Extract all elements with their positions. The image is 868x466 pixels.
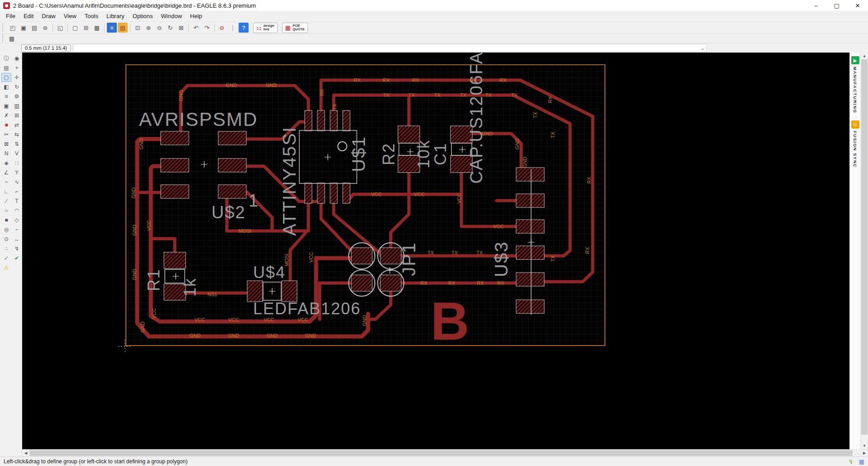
save-icon[interactable]: ▣ [19, 23, 29, 33]
component-label[interactable]: R1 [144, 269, 163, 291]
smd-pad[interactable] [343, 183, 350, 203]
rotate-tool[interactable]: ↻ [12, 82, 22, 91]
mirror-tool[interactable]: ◧ [1, 82, 11, 91]
lock-tool[interactable]: ⊠ [1, 139, 11, 149]
script-icon[interactable]: ⊞ [81, 23, 91, 33]
circle-tool[interactable]: ○ [1, 206, 11, 215]
minimize-button[interactable]: – [806, 0, 826, 11]
smd-pad[interactable] [164, 252, 186, 269]
add-tool[interactable]: ⊞ [12, 111, 22, 120]
layer-settings-icon[interactable]: ≡ [107, 23, 117, 33]
optimize-tool[interactable]: ~ [1, 178, 11, 187]
dimension-tool[interactable]: ↔ [12, 235, 22, 244]
run-ulp-icon[interactable]: ▦ [92, 23, 102, 33]
smash-tool[interactable]: ◈ [1, 159, 11, 168]
smd-pad[interactable] [161, 185, 189, 198]
horizontal-scrollbar[interactable]: ◀ ▶ [22, 449, 868, 456]
scroll-down-icon[interactable]: ▼ [861, 442, 868, 449]
zoom-out-icon[interactable]: ⊖ [154, 23, 164, 33]
print-icon[interactable]: ▤ [29, 23, 39, 33]
smd-pad[interactable] [317, 110, 325, 131]
smd-pad[interactable] [218, 131, 246, 145]
move-tool[interactable]: ✛ [12, 73, 22, 82]
zoom-fit-icon[interactable]: ⊡ [133, 23, 143, 33]
command-line-input[interactable] [73, 45, 699, 51]
smd-pad[interactable] [351, 275, 372, 291]
scroll-up-icon[interactable]: ▲ [861, 53, 868, 59]
stop-icon[interactable]: ⊘ [217, 23, 227, 33]
component-label[interactable]: JP1 [399, 242, 419, 276]
scroll-right-icon[interactable]: ▶ [861, 451, 868, 455]
vertical-scrollbar[interactable]: ▲ ▼ [860, 53, 868, 449]
grid-icon[interactable]: ▦ [7, 34, 17, 43]
value-tool[interactable]: V [12, 149, 22, 158]
paint-tool[interactable]: ■ [1, 120, 11, 130]
milling-tool[interactable]: ✂ [1, 130, 11, 139]
close-button[interactable]: ✕ [847, 0, 868, 11]
smd-pad[interactable] [516, 246, 544, 259]
arc-tool[interactable]: ◠ [12, 206, 22, 215]
copy-tool[interactable]: ▣ [1, 101, 11, 110]
rect-tool[interactable]: ■ [1, 216, 11, 225]
component-label[interactable]: 1 [249, 191, 259, 210]
board-canvas[interactable]: AVRISPSMDATTINY45SIU$1U$21R210kC1CAP.US1… [22, 53, 849, 449]
route-tool[interactable]: ∟ [1, 187, 11, 196]
text-tool[interactable]: T [12, 197, 22, 206]
component-label[interactable]: CAP.US1206FAB [467, 53, 486, 183]
redo-icon[interactable]: ↷ [202, 23, 212, 33]
menu-options[interactable]: Options [129, 12, 157, 20]
help-icon[interactable]: ? [239, 23, 249, 33]
menu-tools[interactable]: Tools [81, 12, 102, 20]
erc-tool[interactable]: ✓ [1, 254, 11, 263]
fusion-sync-tab[interactable]: ↻FUSION SYNC [851, 120, 859, 168]
smd-pad[interactable] [161, 159, 189, 172]
smd-pad[interactable] [161, 131, 189, 145]
component-label[interactable]: 1k [181, 278, 199, 297]
group-tool[interactable]: ▢ [1, 73, 11, 82]
pcb-quote-button[interactable]: ▦PCBQUOTE [282, 23, 308, 33]
align-tool[interactable]: ≡ [1, 92, 11, 101]
smd-pad[interactable] [516, 194, 544, 207]
split-tool[interactable]: Y [12, 168, 22, 177]
component-label[interactable]: C1 [431, 143, 450, 165]
component-label[interactable]: LEDFAB1206 [253, 299, 361, 318]
show-tool[interactable]: ◉ [12, 54, 22, 63]
smd-pad[interactable] [317, 183, 325, 203]
errors-tool[interactable]: ⚠ [1, 263, 11, 272]
smd-pad[interactable] [343, 110, 350, 131]
autorouter-tool[interactable]: ↯ [12, 244, 22, 253]
smd-pad[interactable] [380, 275, 401, 291]
autorouter-status-icon[interactable]: ↯ [849, 458, 854, 465]
signal-tool[interactable]: − [12, 225, 22, 234]
vertical-scroll-thumb[interactable] [861, 59, 868, 435]
layer-colors-icon[interactable]: ▤ [118, 23, 128, 33]
hole-tool[interactable]: ⊙ [1, 235, 11, 244]
component-label[interactable]: ATTINY45SI [279, 126, 299, 236]
info-tool[interactable]: ⓘ [1, 54, 11, 63]
zoom-redraw-icon[interactable]: ↻ [165, 23, 175, 33]
smd-pad[interactable] [380, 248, 401, 264]
smd-pad[interactable] [516, 300, 544, 313]
smd-pad[interactable] [516, 220, 544, 233]
open-icon[interactable]: ◰ [8, 23, 18, 33]
manufacturing-tab[interactable]: ▶MANUFACTURING [851, 56, 859, 113]
menu-library[interactable]: Library [102, 12, 129, 20]
drc-tool[interactable]: ✔ [12, 254, 22, 263]
ratsnest-tool[interactable]: ∴ [1, 244, 11, 253]
menu-view[interactable]: View [60, 12, 81, 20]
smd-pad[interactable] [305, 110, 312, 131]
smd-pad[interactable] [330, 110, 337, 131]
replace-tool[interactable]: ⇆ [12, 130, 22, 139]
scroll-left-icon[interactable]: ◀ [22, 451, 29, 455]
menu-help[interactable]: Help [186, 12, 206, 20]
zoom-select-icon[interactable]: ⊠ [176, 23, 186, 33]
design-link-button[interactable]: ⚏designlink [253, 23, 278, 33]
smd-pad[interactable] [282, 281, 297, 302]
component-label[interactable]: U$2 [211, 203, 246, 222]
paste-tool[interactable]: ▥ [12, 101, 22, 110]
smd-pad[interactable] [305, 183, 312, 203]
smd-pad[interactable] [218, 159, 246, 172]
component-label[interactable]: AVRISPSMD [139, 109, 258, 130]
maximize-button[interactable]: ▢ [826, 0, 847, 11]
smd-pad[interactable] [516, 168, 544, 181]
